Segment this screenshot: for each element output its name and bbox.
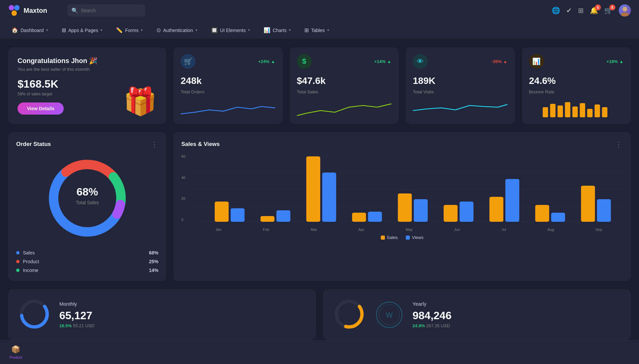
logo-icon bbox=[8, 4, 20, 17]
menu-tables[interactable]: ⊞ Tables ▾ bbox=[298, 24, 335, 36]
legend-views-dot bbox=[406, 236, 410, 240]
legend-item-product: Product 25% bbox=[16, 259, 158, 264]
sales-views-title: Sales & Views bbox=[181, 141, 220, 148]
yearly-logo: W bbox=[374, 301, 404, 328]
menu-authentication-label: Authentication bbox=[163, 28, 193, 33]
menu-forms[interactable]: ✏️ Forms ▾ bbox=[110, 24, 149, 36]
monthly-card: Monthly 65,127 16.5% 55.21 USD bbox=[8, 289, 316, 340]
grid-btn[interactable]: ⊞ bbox=[578, 6, 584, 14]
orders-change: +24% ▲ bbox=[258, 59, 275, 64]
menubar: 🏠 Dashboard ▾ ⊞ Apps & Pages ▾ ✏️ Forms … bbox=[0, 21, 639, 39]
stat-card-visits: 👁 -35% ▲ 189K Total Visits bbox=[405, 47, 515, 124]
menu-ui-elements[interactable]: 🔲 UI Elements ▾ bbox=[205, 24, 256, 36]
monthly-sub: 16.5% 55.21 USD bbox=[59, 323, 94, 328]
yearly-amount: 984,246 bbox=[413, 309, 452, 322]
product-icon: 📦 bbox=[11, 345, 20, 354]
x-axis-labels: Jan Feb Mar Apr May Jun Jul Aug Sep bbox=[195, 228, 623, 232]
logo-area: Maxton bbox=[8, 4, 62, 17]
legend-dot-product bbox=[16, 260, 20, 263]
cart-btn[interactable]: 🛒 8 bbox=[604, 6, 613, 14]
stat-card-sales: $ +14% ▲ $47.6k Total Sales bbox=[290, 47, 399, 124]
order-status-more-btn[interactable]: ⋮ bbox=[151, 140, 158, 148]
svg-rect-40 bbox=[535, 205, 549, 222]
yearly-sub: 24.9% 267.35 USD bbox=[413, 323, 452, 328]
svg-rect-28 bbox=[261, 216, 274, 222]
legend-name-product: Product bbox=[23, 259, 39, 264]
monthly-usd: 55.21 USD bbox=[73, 323, 95, 328]
notifications-btn[interactable]: 🔔 5 bbox=[590, 6, 598, 14]
sales-views-more-btn[interactable]: ⋮ bbox=[615, 140, 623, 148]
order-status-header: Order Status ⋮ bbox=[16, 140, 158, 148]
svg-rect-26 bbox=[215, 202, 229, 222]
charts-icon: 📊 bbox=[264, 27, 270, 33]
user-avatar[interactable] bbox=[619, 4, 631, 17]
view-details-button[interactable]: View Details bbox=[18, 102, 64, 115]
legend-sales-dot bbox=[381, 236, 385, 240]
legend-views-label: Views bbox=[412, 235, 423, 240]
tables-icon: ⊞ bbox=[304, 27, 309, 33]
chart-legend: Sales Views bbox=[181, 235, 623, 240]
svg-rect-27 bbox=[231, 208, 244, 222]
app-name: Maxton bbox=[24, 7, 47, 14]
language-btn[interactable]: 🌐 bbox=[552, 6, 560, 14]
search-input[interactable] bbox=[67, 4, 145, 17]
legend-item-income: Income 14% bbox=[16, 268, 158, 273]
menu-tables-label: Tables bbox=[311, 28, 325, 33]
svg-rect-43 bbox=[597, 199, 611, 222]
check-btn[interactable]: ✔ bbox=[566, 6, 572, 14]
svg-text:W: W bbox=[386, 311, 393, 319]
orders-icon: 🛒 bbox=[181, 54, 195, 69]
menu-dashboard-label: Dashboard bbox=[21, 28, 44, 33]
svg-point-0 bbox=[9, 5, 14, 10]
svg-point-4 bbox=[621, 12, 629, 17]
svg-point-3 bbox=[622, 7, 627, 11]
legend-views: Views bbox=[406, 235, 423, 240]
orders-value: 248k bbox=[181, 75, 275, 86]
menu-authentication[interactable]: ⊙ Authentication ▾ bbox=[150, 24, 204, 36]
bottom-product[interactable]: 📦 Product bbox=[9, 345, 22, 359]
svg-rect-31 bbox=[322, 173, 336, 222]
yearly-usd: 267.35 USD bbox=[426, 323, 450, 328]
menu-charts-label: Charts bbox=[273, 28, 286, 33]
menu-apps-pages-label: Apps & Pages bbox=[68, 28, 98, 33]
nav-right: 🌐 ✔ ⊞ 🔔 5 🛒 8 bbox=[552, 4, 631, 17]
orders-chart bbox=[181, 100, 275, 117]
order-status-title: Order Status bbox=[16, 141, 51, 148]
visits-value: 189K bbox=[413, 75, 508, 86]
chevron-down-icon-2: ▾ bbox=[100, 28, 102, 32]
sales-change: +14% ▲ bbox=[374, 59, 392, 64]
sales-views-header: Sales & Views ⋮ bbox=[181, 140, 623, 148]
menu-dashboard[interactable]: 🏠 Dashboard ▾ bbox=[5, 24, 54, 36]
check-icon: ✔ bbox=[566, 6, 572, 14]
legend-item-sales: Sales 68% bbox=[16, 250, 158, 255]
svg-rect-30 bbox=[306, 156, 320, 222]
svg-rect-10 bbox=[580, 103, 585, 117]
monthly-change: 16.5% bbox=[59, 323, 72, 328]
stat-top-sales: $ +14% ▲ bbox=[297, 54, 392, 69]
topbar: Maxton 🔍 🌐 ✔ ⊞ 🔔 5 🛒 8 bbox=[0, 0, 639, 21]
svg-rect-32 bbox=[352, 213, 366, 222]
svg-rect-38 bbox=[489, 197, 503, 222]
row1: Congratulations Jhon 🎉 You are the best … bbox=[8, 47, 631, 124]
order-status-card: Order Status ⋮ 68% Total Sal bbox=[8, 132, 166, 281]
menu-apps-pages[interactable]: ⊞ Apps & Pages ▾ bbox=[56, 24, 109, 36]
menu-charts[interactable]: 📊 Charts ▾ bbox=[257, 24, 297, 36]
y-axis: 60 40 20 0 bbox=[181, 154, 185, 222]
bounce-chart bbox=[529, 100, 624, 117]
stat-card-orders: 🛒 +24% ▲ 248k Total Orders bbox=[173, 47, 283, 124]
bar-chart-container: 60 40 20 0 bbox=[181, 154, 623, 232]
forms-icon: ✏️ bbox=[116, 27, 123, 33]
auth-icon: ⊙ bbox=[156, 27, 161, 33]
chevron-down-icon: ▾ bbox=[46, 28, 48, 32]
bounce-label: Bounce Rate bbox=[529, 89, 624, 94]
svg-rect-7 bbox=[557, 105, 563, 117]
stat-top-bounce: 📊 +18% ▲ bbox=[529, 54, 624, 69]
stat-top-visits: 👁 -35% ▲ bbox=[413, 54, 508, 69]
monthly-info: Monthly 65,127 16.5% 55.21 USD bbox=[59, 301, 94, 328]
svg-rect-12 bbox=[595, 104, 600, 117]
visits-chart bbox=[413, 100, 508, 117]
svg-rect-35 bbox=[414, 199, 428, 222]
visits-label: Total Visits bbox=[413, 89, 508, 94]
legend-pct-income: 14% bbox=[149, 268, 158, 273]
svg-rect-34 bbox=[398, 193, 412, 222]
